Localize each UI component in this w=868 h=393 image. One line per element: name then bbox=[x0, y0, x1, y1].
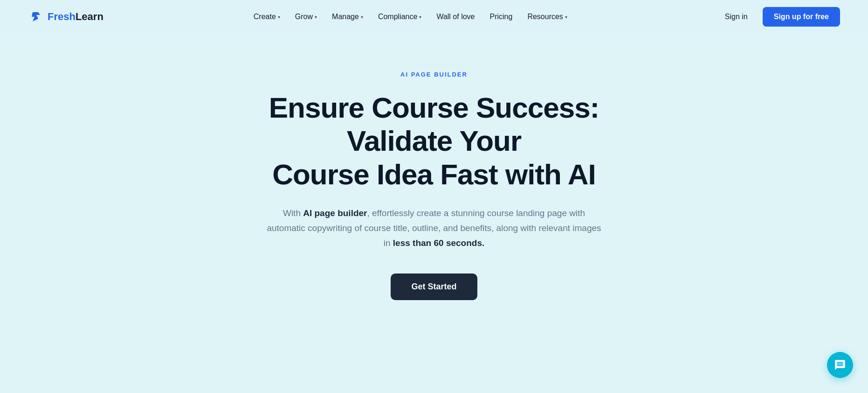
nav-link-grow[interactable]: Grow ▾ bbox=[289, 9, 323, 25]
chat-icon bbox=[834, 359, 846, 371]
sign-in-link[interactable]: Sign in bbox=[717, 9, 755, 25]
nav-link-create[interactable]: Create ▾ bbox=[248, 9, 286, 25]
logo-icon bbox=[28, 8, 45, 25]
logo-text: FreshLearn bbox=[48, 11, 103, 23]
nav-links: Create ▾ Grow ▾ Manage ▾ Compliance ▾ Wa bbox=[248, 9, 573, 25]
chevron-down-icon: ▾ bbox=[565, 14, 567, 20]
nav-item-pricing: Pricing bbox=[484, 9, 518, 25]
nav-item-grow: Grow ▾ bbox=[289, 9, 323, 25]
hero-section: AI PAGE BUILDER Ensure Course Success: V… bbox=[234, 34, 634, 328]
chevron-down-icon: ▾ bbox=[278, 14, 280, 20]
nav-link-resources[interactable]: Resources ▾ bbox=[522, 9, 572, 25]
hero-description: With AI page builder, effortlessly creat… bbox=[266, 206, 602, 251]
nav-item-compliance: Compliance ▾ bbox=[372, 9, 427, 25]
hero-description-bold1: AI page builder bbox=[303, 208, 367, 218]
hero-description-bold2: less than 60 seconds. bbox=[393, 238, 484, 248]
ai-badge: AI PAGE BUILDER bbox=[400, 71, 468, 78]
nav-link-wall-of-love[interactable]: Wall of love bbox=[431, 9, 480, 25]
nav-item-create: Create ▾ bbox=[248, 9, 286, 25]
nav-actions: Sign in Sign up for free bbox=[717, 7, 840, 27]
sign-up-button[interactable]: Sign up for free bbox=[763, 7, 840, 27]
logo-link[interactable]: FreshLearn bbox=[28, 8, 103, 25]
nav-link-manage[interactable]: Manage ▾ bbox=[326, 9, 369, 25]
chat-bubble-button[interactable] bbox=[827, 352, 853, 378]
chevron-down-icon: ▾ bbox=[361, 14, 363, 20]
chevron-down-icon: ▾ bbox=[315, 14, 317, 20]
navbar: FreshLearn Create ▾ Grow ▾ Manage ▾ Comp… bbox=[0, 0, 868, 34]
hero-title: Ensure Course Success: Validate YourCour… bbox=[243, 91, 625, 191]
get-started-button[interactable]: Get Started bbox=[391, 274, 477, 300]
chevron-down-icon: ▾ bbox=[419, 14, 421, 20]
nav-link-pricing[interactable]: Pricing bbox=[484, 9, 518, 25]
nav-item-resources: Resources ▾ bbox=[522, 9, 572, 25]
nav-item-wall-of-love: Wall of love bbox=[431, 9, 480, 25]
nav-link-compliance[interactable]: Compliance ▾ bbox=[372, 9, 427, 25]
nav-item-manage: Manage ▾ bbox=[326, 9, 369, 25]
